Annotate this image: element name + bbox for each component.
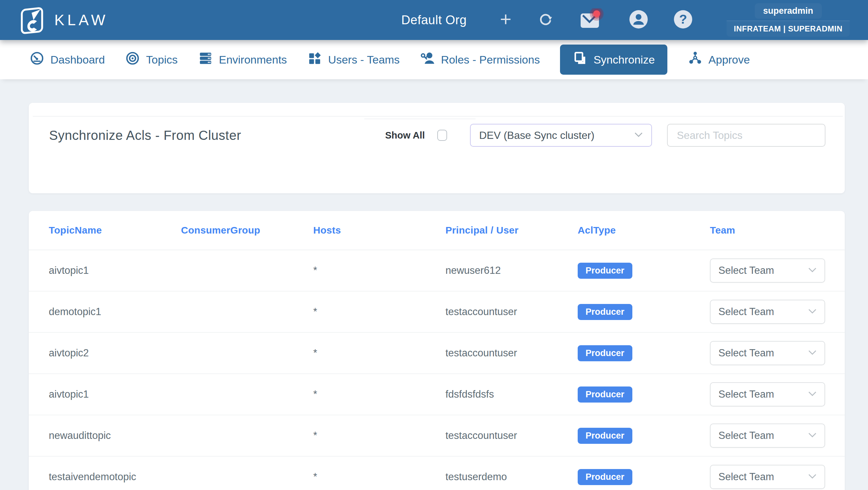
table-row: newaudittopic * testaccountuser Producer… [29, 415, 845, 457]
roles-permissions-icon [420, 51, 435, 68]
cell-hosts: * [313, 306, 445, 318]
team-select[interactable]: Select Team [710, 258, 825, 283]
column-header-consumergroup[interactable]: ConsumerGroup [181, 225, 313, 236]
team-select-value: Select Team [718, 471, 774, 483]
users-teams-icon [307, 51, 322, 68]
help-icon: ? [674, 10, 692, 30]
user-info[interactable]: superadmin INFRATEAM | SUPERADMIN [726, 3, 850, 37]
cell-topicname: aivtopic1 [49, 388, 181, 400]
cell-hosts: * [313, 430, 445, 441]
add-button[interactable] [499, 12, 513, 28]
refresh-icon [538, 12, 553, 28]
user-name: superadmin [755, 3, 822, 19]
klaw-logo-icon [19, 4, 46, 36]
cell-topicname: testaivendemotopic [49, 471, 181, 483]
nav-item-roles-permissions[interactable]: Roles - Permissions [420, 51, 540, 68]
environments-icon [198, 51, 213, 68]
team-select[interactable]: Select Team [710, 341, 825, 365]
notifications-button[interactable] [579, 8, 603, 32]
nav-item-dashboard[interactable]: Dashboard [29, 51, 105, 68]
nav-item-approve[interactable]: Approve [688, 51, 750, 68]
show-all-label: Show All [385, 130, 425, 141]
brand-name: KLAW [54, 11, 108, 29]
cell-topicname: aivtopic1 [49, 265, 181, 277]
user-team-role: INFRATEAM | SUPERADMIN [726, 21, 850, 37]
divider [33, 116, 843, 117]
page-header-card: Synchronize Acls - From Cluster Show All… [29, 103, 845, 193]
nav-label: Users - Teams [328, 53, 400, 66]
acl-type-badge: Producer [578, 263, 632, 279]
nav-label: Environments [219, 53, 287, 66]
topbar: KLAW Default Org [0, 0, 868, 40]
chevron-down-icon [808, 473, 816, 480]
nav-label: Topics [146, 53, 177, 66]
table-row: aivtopic1 * newuser612 Producer Select T… [29, 250, 845, 291]
team-select-value: Select Team [718, 306, 774, 318]
team-select-value: Select Team [718, 347, 774, 359]
acl-type-badge: Producer [578, 386, 632, 403]
cell-hosts: * [313, 265, 445, 277]
column-header-topicname[interactable]: TopicName [49, 225, 181, 236]
main-content: Synchronize Acls - From Cluster Show All… [0, 79, 868, 490]
nav-item-environments[interactable]: Environments [198, 51, 287, 68]
chevron-down-icon [808, 309, 816, 315]
column-header-team[interactable]: Team [710, 225, 835, 236]
nav-item-topics[interactable]: Topics [125, 51, 177, 68]
cell-principal: testaccountuser [445, 306, 578, 318]
cell-topicname: demotopic1 [49, 306, 181, 318]
chevron-down-icon [808, 267, 816, 274]
team-select-value: Select Team [718, 430, 774, 441]
column-header-principal[interactable]: Principal / User [445, 225, 578, 236]
approve-icon [688, 51, 703, 68]
topics-icon [125, 51, 140, 68]
cell-principal: fdsfdsfdsfs [445, 388, 578, 400]
nav-label: Approve [709, 53, 750, 66]
team-select[interactable]: Select Team [710, 465, 825, 489]
profile-button[interactable] [629, 10, 648, 30]
chevron-down-icon [808, 350, 816, 356]
refresh-button[interactable] [538, 12, 553, 28]
table-header-row: TopicName ConsumerGroup Hosts Principal … [29, 211, 845, 250]
cell-principal: testaccountuser [445, 347, 578, 359]
team-select-value: Select Team [718, 388, 774, 400]
team-select-value: Select Team [718, 265, 774, 277]
cell-hosts: * [313, 388, 445, 400]
page-title: Synchronize Acls - From Cluster [49, 128, 385, 143]
nav-label: Roles - Permissions [441, 53, 540, 66]
table-row: aivtopic2 * testaccountuser Producer Sel… [29, 333, 845, 374]
team-select[interactable]: Select Team [710, 424, 825, 448]
table-row: demotopic1 * testaccountuser Producer Se… [29, 291, 845, 333]
chevron-down-icon [808, 391, 816, 398]
column-header-hosts[interactable]: Hosts [313, 225, 445, 236]
acl-type-badge: Producer [578, 345, 632, 361]
topbar-actions: ? [499, 8, 692, 32]
org-title: Default Org [401, 13, 467, 27]
cluster-select[interactable]: DEV (Base Sync cluster) [470, 124, 652, 147]
nav-item-users-teams[interactable]: Users - Teams [307, 51, 400, 68]
team-select[interactable]: Select Team [710, 382, 825, 406]
cell-hosts: * [313, 347, 445, 359]
acl-table-card: TopicName ConsumerGroup Hosts Principal … [29, 211, 845, 490]
chevron-down-icon [808, 432, 816, 439]
show-all-checkbox[interactable] [437, 130, 447, 141]
svg-text:?: ? [679, 12, 687, 26]
cell-topicname: aivtopic2 [49, 347, 181, 359]
team-select[interactable]: Select Team [710, 300, 825, 324]
main-nav: Dashboard Topics [0, 40, 868, 79]
synchronize-icon [572, 51, 588, 68]
help-button[interactable]: ? [674, 10, 692, 30]
cell-hosts: * [313, 471, 445, 483]
cell-principal: testuserdemo [445, 471, 578, 483]
mail-icon [579, 8, 603, 32]
table-row: aivtopic1 * fdsfdsfdsfs Producer Select … [29, 374, 845, 415]
nav-item-synchronize[interactable]: Synchronize [560, 45, 667, 75]
acl-type-badge: Producer [578, 304, 632, 320]
search-topics-input[interactable] [667, 124, 826, 147]
cell-principal: newuser612 [445, 265, 578, 277]
nav-label: Dashboard [51, 53, 105, 66]
klaw-app: KLAW Default Org [0, 0, 868, 490]
brand-logo[interactable]: KLAW [19, 4, 108, 36]
column-header-acltype[interactable]: AclType [578, 225, 710, 236]
dashboard-icon [29, 51, 44, 68]
plus-icon [499, 12, 513, 28]
